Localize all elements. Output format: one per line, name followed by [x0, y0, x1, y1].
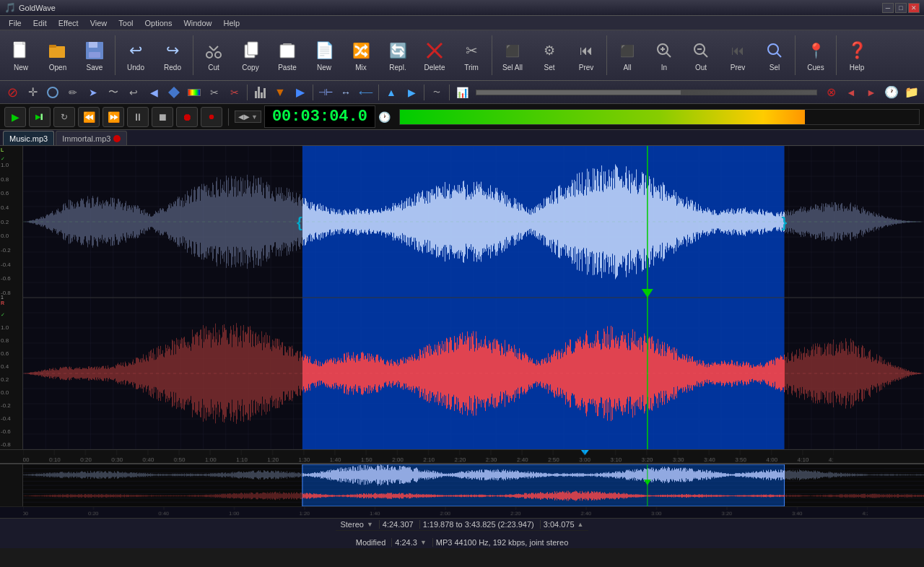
wave-btn[interactable]: 〜 — [104, 83, 123, 102]
channel-dropdown[interactable]: ◀▶ ▼ — [235, 111, 261, 123]
record-selection-button[interactable]: ⏺ — [201, 107, 222, 127]
wave-edit-btn[interactable]: 〜 — [427, 83, 446, 102]
stop-icon-btn[interactable]: ⊘ — [3, 83, 22, 102]
arrow-left-btn[interactable]: ◀ — [144, 83, 163, 102]
copy-button[interactable]: Copy — [232, 33, 269, 79]
tab-music[interactable]: Music.mp3 — [3, 131, 54, 145]
menu-file[interactable]: File — [3, 17, 27, 29]
expand-btn[interactable]: ↔ — [336, 83, 355, 102]
maximize-button[interactable]: □ — [895, 3, 907, 13]
red-x-btn[interactable]: ⊗ — [821, 83, 840, 102]
svg-rect-3 — [49, 46, 65, 58]
toolbar2-sep-1 — [247, 85, 248, 100]
waveform-main[interactable]: L ✓ 1.0 0.8 0.6 0.4 0.2 0.0 -0.2 -0.4 -0… — [0, 146, 924, 449]
toolbar-sep-2 — [193, 35, 193, 75]
sel-button[interactable]: Sel — [757, 33, 793, 79]
menu-edit[interactable]: Edit — [27, 17, 53, 29]
pause-button[interactable]: ⏸ — [127, 107, 149, 127]
circle-btn[interactable] — [43, 83, 62, 102]
arrow-right-btn[interactable]: ➤ — [84, 83, 103, 102]
overview-y-axis — [0, 464, 23, 506]
y-axis-left: L ✓ 1.0 0.8 0.6 0.4 0.2 0.0 -0.2 -0.4 -0… — [0, 146, 23, 449]
svg-rect-4 — [49, 45, 56, 48]
menu-effect[interactable]: Effect — [53, 17, 84, 29]
pencil-btn[interactable]: ✏ — [64, 83, 82, 102]
stereo-mode[interactable]: Stereo ▼ — [340, 520, 379, 529]
prev2-button[interactable]: ⏮ Prev — [720, 33, 756, 79]
minimize-button[interactable]: ─ — [882, 3, 894, 13]
right-arrow-col-btn[interactable]: ► — [862, 83, 881, 102]
paste-button[interactable]: Paste — [269, 33, 305, 79]
stop-button[interactable]: ⏹ — [152, 107, 173, 127]
waveform-canvas[interactable] — [23, 146, 924, 449]
menu-view[interactable]: View — [84, 17, 113, 29]
tab-immortal-label: Immortal.mp3 — [62, 134, 110, 143]
scissors-btn[interactable]: ✂ — [205, 83, 224, 102]
title-bar: 🎵 GoldWave ─ □ ✕ — [0, 0, 924, 16]
left-arr-btn[interactable]: ⟵ — [357, 83, 375, 102]
clock-btn[interactable]: 🕐 — [882, 83, 901, 102]
mix-button[interactable]: 🔀 Mix — [343, 33, 379, 79]
all-button[interactable]: ⬛ All — [609, 33, 645, 79]
tabs: Music.mp3 Immortal.mp3 — [0, 130, 924, 146]
scissor-x-btn[interactable]: ✂ — [225, 83, 244, 102]
rewind-button[interactable]: ⏪ — [78, 107, 100, 127]
overview-waveform[interactable] — [0, 464, 924, 506]
undo2-btn[interactable]: ↩ — [124, 83, 143, 102]
new-button[interactable]: New — [3, 33, 39, 79]
tab-immortal[interactable]: Immortal.mp3 — [56, 131, 127, 145]
modified-label: Modified — [356, 538, 393, 547]
trim-button[interactable]: ✂ Trim — [453, 33, 489, 79]
zoom-out-button[interactable]: Out — [683, 33, 719, 79]
cues-button[interactable]: 📍 Cues — [798, 33, 834, 79]
colorbar-btn[interactable] — [185, 83, 204, 102]
folder2-btn[interactable]: 📁 — [902, 83, 921, 102]
close-button[interactable]: ✕ — [908, 3, 920, 13]
sel-all-button[interactable]: ⬛ Sel All — [494, 33, 531, 79]
diamond-btn[interactable] — [165, 83, 183, 102]
vol-up-btn[interactable]: ▲ — [382, 83, 401, 102]
time-format-btn[interactable]: 🕐 — [378, 111, 391, 123]
record-button[interactable]: ⏺ — [176, 107, 198, 127]
replace-button[interactable]: 🔄 Repl. — [380, 33, 416, 79]
zoom-in-button[interactable]: In — [646, 33, 682, 79]
toolbar2-sep-4 — [424, 85, 424, 100]
app-icon: 🎵 — [4, 2, 16, 13]
open-button[interactable]: Open — [40, 33, 76, 79]
toolbar2-sep-3 — [378, 85, 379, 100]
overview-timeline — [0, 506, 924, 518]
vol-right-btn[interactable]: ▶ — [402, 83, 421, 102]
svg-line-11 — [214, 46, 218, 51]
menu-help[interactable]: Help — [218, 17, 246, 29]
split-btn[interactable]: ⊣⊢ — [316, 83, 335, 102]
redo-button[interactable]: ↪ Redo — [154, 33, 191, 79]
prev-button[interactable]: ⏮ Prev — [568, 33, 604, 79]
menu-tool[interactable]: Tool — [113, 17, 139, 29]
vol-meter-btn[interactable]: 📊 — [453, 83, 471, 102]
y-label-check-R: ✓ — [1, 312, 22, 318]
new2-button[interactable]: 📄 New — [306, 33, 342, 79]
status-bar: Stereo ▼ 4:24.307 1:19.878 to 3:43.825 (… — [0, 518, 924, 548]
set-button[interactable]: ⚙ Set — [531, 33, 567, 79]
arrow-down-btn[interactable]: ▼ — [271, 83, 289, 102]
tab-immortal-close[interactable] — [113, 135, 121, 142]
left-arrow-col-btn[interactable]: ◄ — [842, 83, 860, 102]
cut-button[interactable]: Cut — [196, 33, 232, 79]
forward-button[interactable]: ⏩ — [103, 107, 124, 127]
menu-options[interactable]: Options — [139, 17, 178, 29]
save-button[interactable]: Save — [77, 33, 113, 79]
eq-btn[interactable] — [250, 83, 269, 102]
undo-button[interactable]: ↩ Undo — [118, 33, 154, 79]
play-button[interactable]: ▶ — [4, 107, 26, 127]
menu-window[interactable]: Window — [178, 17, 217, 29]
help-button[interactable]: ❓ Help — [839, 33, 875, 79]
selection-display[interactable]: 1:19.878 to 3:43.825 (2:23.947) — [423, 520, 541, 529]
move-btn[interactable]: ✛ — [23, 83, 42, 102]
cursor-display[interactable]: 3:04.075 ▲ — [544, 520, 584, 529]
svg-rect-6 — [89, 42, 97, 48]
play-selection-button[interactable]: ▶▌ — [29, 107, 51, 127]
arrow-right2-btn[interactable]: ▶ — [291, 83, 310, 102]
loop-button[interactable]: ↻ — [53, 107, 75, 127]
svg-point-25 — [768, 44, 778, 54]
delete-button[interactable]: Delete — [417, 33, 453, 79]
